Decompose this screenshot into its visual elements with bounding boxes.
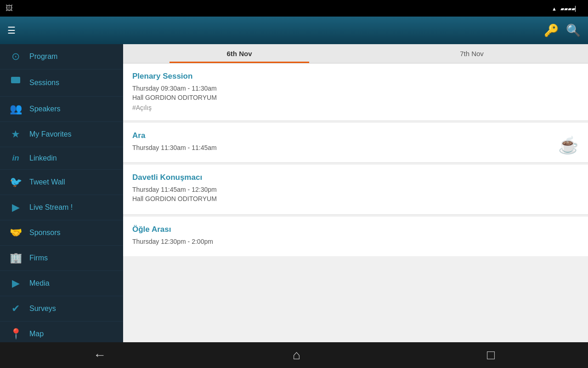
sidebar-item-live-stream[interactable]: ▶Live Stream ! xyxy=(0,195,123,220)
session-hall: Hall GORDION ODITORYUM xyxy=(132,94,579,101)
sidebar-item-favorites[interactable]: ★My Favorites xyxy=(0,122,123,147)
sidebar-label-media: Media xyxy=(29,279,50,288)
session-title: Öğle Arası xyxy=(132,225,579,234)
sidebar-label-map: Map xyxy=(29,330,44,338)
sidebar-item-media[interactable]: ▶Media xyxy=(0,271,123,296)
key-icon[interactable]: 🔑 xyxy=(544,23,559,38)
content-area: 6th Nov7th Nov Plenary SessionThursday 0… xyxy=(123,44,588,342)
wifi-icon xyxy=(552,5,557,12)
sidebar-label-favorites: My Favorites xyxy=(29,130,72,138)
sidebar-label-linkedin: Linkedin xyxy=(29,154,57,162)
sidebar-label-sponsors: Sponsors xyxy=(29,229,61,237)
hamburger-menu[interactable]: ☰ xyxy=(7,25,16,36)
building-icon: 🏢 xyxy=(9,252,22,264)
bottom-nav: ← ⌂ □ xyxy=(0,342,588,368)
sidebar-item-sessions[interactable]: Sessions xyxy=(0,69,123,97)
sidebar-label-firms: Firms xyxy=(29,254,48,262)
sidebar-item-firms[interactable]: 🏢Firms xyxy=(0,246,123,271)
sidebar-label-tweet-wall: Tweet Wall xyxy=(29,178,65,186)
session-card-ogle[interactable]: Öğle ArasıThursday 12:30pm - 2:00pm xyxy=(123,217,588,256)
sidebar-item-speakers[interactable]: 👥Speakers xyxy=(0,97,123,122)
coffee-icon: ☕ xyxy=(558,136,579,155)
sidebar-item-linkedin[interactable]: inLinkedin xyxy=(0,147,123,170)
session-card-davetli[interactable]: Davetli KonuşmacıThursday 11:45am - 12:3… xyxy=(123,165,588,215)
sidebar-label-live-stream: Live Stream ! xyxy=(29,203,73,212)
session-title: Plenary Session xyxy=(132,72,579,81)
recents-button[interactable]: □ xyxy=(478,344,504,366)
session-title: Davetli Konuşmacı xyxy=(132,173,579,182)
sidebar-label-speakers: Speakers xyxy=(29,105,61,113)
linkedin-icon: in xyxy=(9,154,22,163)
session-title: Ara xyxy=(132,131,579,140)
session-time: Thursday 11:45am - 12:30pm xyxy=(132,186,579,193)
tab-6nov[interactable]: 6th Nov xyxy=(123,44,356,63)
session-time: Thursday 09:30am - 11:30am xyxy=(132,85,579,92)
session-card-plenary[interactable]: Plenary SessionThursday 09:30am - 11:30a… xyxy=(123,63,588,121)
battery-icon xyxy=(560,5,579,12)
sidebar-label-sessions: Sessions xyxy=(29,79,59,87)
sidebar-item-map[interactable]: 📍Map xyxy=(0,322,123,342)
clock-icon: ⊙ xyxy=(9,51,22,63)
twitter-icon: 🐦 xyxy=(9,176,22,188)
handshake-icon: 🤝 xyxy=(9,227,22,239)
sessions-icon xyxy=(9,76,22,90)
sidebar-item-program[interactable]: ⊙Program xyxy=(0,44,123,69)
status-bar: 🖼 xyxy=(0,0,588,17)
map-icon: 📍 xyxy=(9,328,22,340)
check-icon: ✔ xyxy=(9,303,22,315)
session-hall: Hall GORDION ODITORYUM xyxy=(132,195,579,202)
session-tag: #Açılış xyxy=(132,104,579,111)
session-card-ara[interactable]: AraThursday 11:30am - 11:45am☕ xyxy=(123,123,588,163)
sidebar-label-program: Program xyxy=(29,52,57,61)
play-icon: ▶ xyxy=(9,277,22,289)
sidebar: ⊙Program Sessions👥Speakers★My Favoritesi… xyxy=(0,44,123,342)
back-button[interactable]: ← xyxy=(84,344,115,366)
main-layout: ⊙Program Sessions👥Speakers★My Favoritesi… xyxy=(0,44,588,342)
video-icon: ▶ xyxy=(9,201,22,213)
star-icon: ★ xyxy=(9,128,22,140)
screen-icon: 🖼 xyxy=(6,4,13,12)
sessions-list: Plenary SessionThursday 09:30am - 11:30a… xyxy=(123,63,588,258)
tabs-bar: 6th Nov7th Nov xyxy=(123,44,588,63)
sidebar-label-surveys: Surveys xyxy=(29,305,56,313)
search-icon[interactable]: 🔍 xyxy=(566,23,581,38)
home-button[interactable]: ⌂ xyxy=(283,344,310,366)
sidebar-item-sponsors[interactable]: 🤝Sponsors xyxy=(0,220,123,246)
speakers-icon: 👥 xyxy=(9,103,22,115)
svg-rect-0 xyxy=(11,77,20,83)
app-bar: ☰ 🔑 🔍 xyxy=(0,17,588,44)
sidebar-item-surveys[interactable]: ✔Surveys xyxy=(0,296,123,322)
session-time: Thursday 12:30pm - 2:00pm xyxy=(132,238,579,245)
session-time: Thursday 11:30am - 11:45am xyxy=(132,144,579,151)
tab-7nov[interactable]: 7th Nov xyxy=(356,44,588,63)
sidebar-item-tweet-wall[interactable]: 🐦Tweet Wall xyxy=(0,170,123,195)
